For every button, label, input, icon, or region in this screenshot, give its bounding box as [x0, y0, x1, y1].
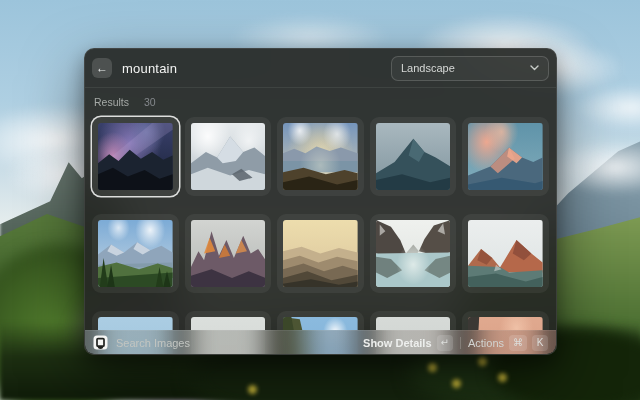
action-bar-right: Show Details ↵ Actions ⌘ K: [363, 335, 548, 351]
show-details-label: Show Details: [363, 337, 431, 349]
image-result-tile-alpenglow-peak[interactable]: [462, 117, 549, 196]
search-images-app-icon: [93, 335, 108, 350]
image-result-tile-teal-peak[interactable]: [370, 117, 457, 196]
show-details-button[interactable]: Show Details ↵: [363, 335, 453, 351]
image-result-tile-night-milky-way[interactable]: [92, 117, 179, 196]
result-thumbnail: [283, 220, 358, 287]
image-result-tile-snowy-peak[interactable]: [185, 117, 272, 196]
result-thumbnail: [283, 123, 358, 190]
result-thumbnail: [376, 123, 451, 190]
action-bar-left: Search Images: [93, 335, 363, 350]
image-result-tile-forest-valley[interactable]: [92, 214, 179, 293]
enter-key-badge: ↵: [437, 335, 453, 351]
result-thumbnail: [98, 123, 173, 190]
k-key-badge: K: [532, 335, 548, 351]
dropdown-selected-value: Landscape: [401, 62, 530, 74]
footer-divider: [460, 337, 461, 349]
image-result-tile-rock-spires[interactable]: [185, 214, 272, 293]
wallpaper-flower: [428, 363, 437, 372]
back-button[interactable]: ←: [92, 58, 112, 78]
image-result-tile-red-twin-peaks[interactable]: [462, 214, 549, 293]
app-name: Search Images: [116, 337, 190, 349]
wallpaper-flower: [478, 357, 487, 366]
image-result-tile-sunset-lake[interactable]: [277, 117, 364, 196]
results-grid: [92, 117, 549, 355]
result-thumbnail: [468, 220, 543, 287]
actions-label: Actions: [468, 337, 504, 349]
orientation-dropdown[interactable]: Landscape: [391, 56, 549, 81]
wallpaper-flower: [452, 379, 461, 388]
wallpaper-flower: [498, 373, 507, 382]
arrow-left-icon: ←: [96, 61, 108, 75]
result-thumbnail: [191, 123, 266, 190]
window-header: ← mountain Landscape: [85, 49, 556, 87]
chevron-down-icon: [530, 65, 539, 71]
result-thumbnail: [468, 123, 543, 190]
action-bar: Search Images Show Details ↵ Actions ⌘ K: [85, 330, 556, 354]
result-thumbnail: [98, 220, 173, 287]
image-result-tile-hazy-ridges[interactable]: [277, 214, 364, 293]
wallpaper-flower: [248, 385, 257, 394]
result-thumbnail: [191, 220, 266, 287]
results-label: Results: [94, 96, 129, 108]
search-query-input[interactable]: mountain: [122, 61, 177, 76]
result-thumbnail: [376, 220, 451, 287]
results-header: Results 30: [85, 88, 556, 108]
cmd-key-badge: ⌘: [509, 335, 527, 351]
actions-button[interactable]: Actions ⌘ K: [468, 335, 548, 351]
image-result-tile-mirror-lake[interactable]: [370, 214, 457, 293]
search-images-window: ← mountain Landscape Results 30: [84, 48, 557, 355]
results-count: 30: [144, 96, 156, 108]
